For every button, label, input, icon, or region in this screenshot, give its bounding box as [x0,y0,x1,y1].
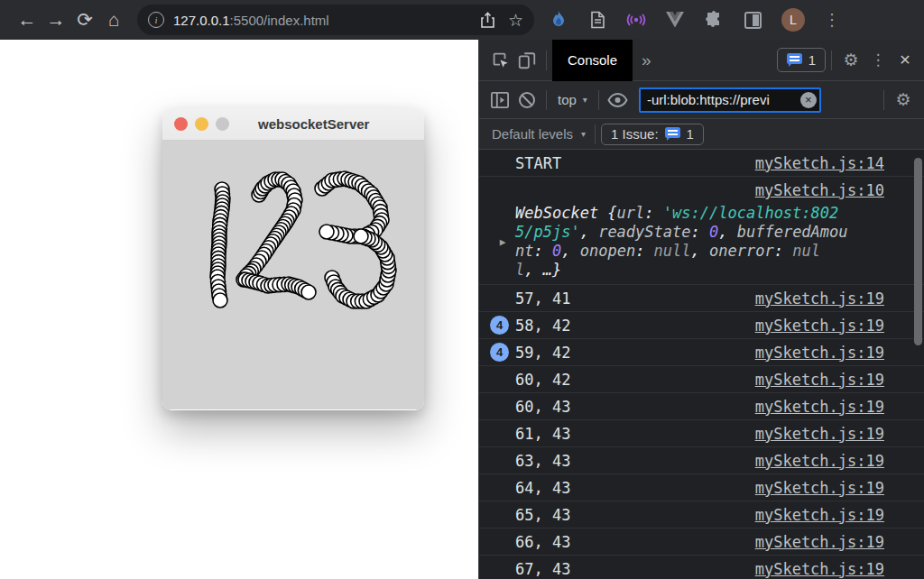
source-link[interactable]: mySketch.js:19 [755,290,884,308]
source-link[interactable]: mySketch.js:19 [755,398,884,416]
log-message-text: 59, 42 [515,344,570,362]
console-log-row[interactable]: 60, 43 mySketch.js:19 [479,393,924,420]
execution-context-selector[interactable]: top▾ [552,92,593,107]
sketch-canvas-area[interactable] [162,141,424,409]
minimize-traffic-light[interactable] [195,117,208,131]
page-viewport: websocketServer [0,40,478,579]
source-link[interactable]: mySketch.js:19 [755,533,884,551]
window-title: websocketServer [258,116,369,132]
browser-toolbar: ← → ⟳ ⌂ i 127.0.0.1:5500/index.html ☆ [0,0,924,40]
badge-count: 1 [808,52,816,68]
source-link[interactable]: mySketch.js:19 [755,479,884,497]
site-info-icon[interactable]: i [148,12,164,28]
source-link[interactable]: mySketch.js:19 [755,344,884,362]
extensions-row: L ⋮ [549,8,915,32]
tab-console[interactable]: Console [552,40,633,81]
log-message-text: START [515,154,561,172]
devtools-menu-icon[interactable]: ⋮ [864,47,892,74]
source-link[interactable]: mySketch.js:19 [755,317,884,335]
window-titlebar[interactable]: websocketServer [162,108,424,141]
expand-arrow-icon[interactable]: ▶ [490,236,515,248]
reload-icon[interactable]: ⟳ [70,5,99,34]
scrollbar-thumb[interactable] [914,158,922,345]
console-log-row[interactable]: START mySketch.js:14 [479,150,924,177]
device-toolbar-icon[interactable] [513,47,541,74]
extensions-puzzle-icon[interactable] [704,10,724,30]
issues-count: 1 [687,126,694,142]
url-text[interactable]: 127.0.0.1:5500/index.html [173,13,329,28]
issues-counter[interactable]: 1 Issue: 1 [601,124,704,145]
console-log-row[interactable]: 66, 43 mySketch.js:19 [479,528,924,556]
inspect-element-icon[interactable] [486,47,513,74]
log-message-text: 58, 42 [515,317,570,335]
log-message-text: 61, 43 [515,425,570,443]
log-message-text: 67, 43 [515,560,570,578]
console-object-row[interactable]: mySketch.js:10 ▶ WebSocket {url: 'ws://l… [479,177,924,285]
chevron-down-icon: ▾ [583,95,587,105]
log-message-text: 60, 42 [515,371,570,389]
source-link[interactable]: mySketch.js:19 [755,452,884,470]
console-log-row[interactable]: 64, 43 mySketch.js:19 [479,474,924,501]
devtools-tabbar: Console » 1 ⚙ ⋮ ✕ [479,40,924,81]
vue-devtools-extension-icon[interactable] [665,10,685,30]
repeat-count-badge: 4 [490,316,509,335]
devtools-settings-icon[interactable]: ⚙ [837,47,864,74]
console-log-row[interactable]: 57, 41 mySketch.js:19 [479,285,924,312]
console-messages[interactable]: START mySketch.js:14 mySketch.js:10 ▶ We… [479,150,924,579]
source-link[interactable]: mySketch.js:10 [755,181,884,199]
console-log-row[interactable]: 4 58, 42 mySketch.js:19 [479,312,924,339]
issue-bubble-icon [665,127,680,141]
console-levels-bar: Default levels▾ 1 Issue: 1 [479,119,924,150]
clear-filter-icon[interactable]: × [800,92,817,108]
profile-avatar[interactable]: L [781,8,805,32]
source-link[interactable]: mySketch.js:19 [755,560,884,578]
live-reload-extension-icon[interactable] [626,10,646,30]
more-tabs-icon[interactable]: » [642,51,651,70]
console-log-row[interactable]: 63, 43 mySketch.js:19 [479,447,924,474]
devtools-panel: Console » 1 ⚙ ⋮ ✕ top▾ [478,40,924,579]
source-link[interactable]: mySketch.js:19 [755,506,884,524]
console-toolbar: top▾ × ⚙ [479,81,924,119]
flame-extension-icon[interactable] [549,10,568,30]
source-link[interactable]: mySketch.js:14 [755,154,884,172]
console-log-row[interactable]: 65, 43 mySketch.js:19 [479,501,924,528]
document-extension-icon[interactable] [587,10,607,30]
console-settings-icon[interactable]: ⚙ [890,87,917,114]
sketch-canvas [162,141,424,409]
forward-icon[interactable]: → [42,5,70,34]
log-message-text: 63, 43 [515,452,570,470]
back-icon[interactable]: ← [13,5,42,34]
console-messages-badge[interactable]: 1 [777,48,826,72]
log-message-text: 57, 41 [515,290,570,308]
console-sidebar-icon[interactable] [486,87,513,114]
log-message-text: 66, 43 [515,533,570,551]
console-log-row[interactable]: 61, 43 mySketch.js:19 [479,420,924,447]
source-link[interactable]: mySketch.js:19 [755,425,884,443]
home-icon[interactable]: ⌂ [99,5,128,34]
log-levels-selector[interactable]: Default levels▾ [488,126,589,142]
zoom-traffic-light[interactable] [216,117,229,131]
object-preview: WebSocket {url: 'ws://localhost:8025/p5j… [515,204,848,280]
console-log-row[interactable]: 67, 43 mySketch.js:19 [479,556,924,579]
console-log-row[interactable]: 4 59, 42 mySketch.js:19 [479,339,924,366]
repeat-count-badge: 4 [490,343,509,362]
live-expression-eye-icon[interactable] [605,87,632,114]
source-link[interactable]: mySketch.js:19 [755,371,884,389]
browser-menu-icon[interactable]: ⋮ [824,10,840,30]
console-log-row[interactable]: 60, 42 mySketch.js:19 [479,366,924,393]
log-message-text: 60, 43 [515,398,570,416]
message-bubble-icon [787,53,802,67]
issues-label: 1 Issue: [611,126,659,142]
log-message-text: 64, 43 [515,479,570,497]
websocket-server-window: websocketServer [162,108,424,410]
console-filter-input[interactable] [639,87,821,113]
chevron-down-icon: ▾ [581,129,586,139]
bookmark-star-icon[interactable]: ☆ [508,10,523,31]
devtools-close-icon[interactable]: ✕ [892,47,919,74]
address-bar[interactable]: i 127.0.0.1:5500/index.html ☆ [137,5,534,35]
share-icon[interactable] [480,12,495,29]
side-panel-icon[interactable] [743,10,762,30]
close-traffic-light[interactable] [174,117,188,131]
console-scrollbar[interactable] [911,150,924,579]
clear-console-icon[interactable] [513,87,541,114]
